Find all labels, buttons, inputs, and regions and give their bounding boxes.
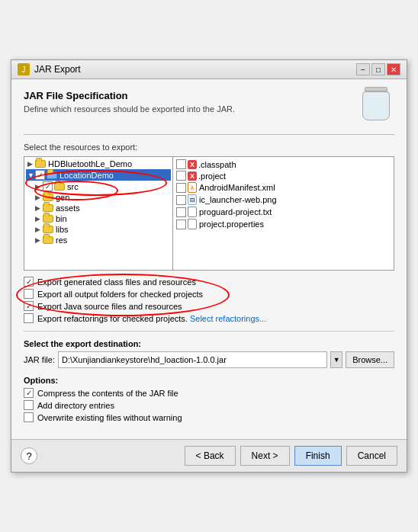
jar-path-input[interactable] (58, 351, 327, 368)
cb-compress[interactable] (24, 388, 34, 398)
file-item-manifest[interactable]: A AndroidManifest.xml (175, 181, 392, 194)
maximize-button[interactable]: □ (371, 63, 385, 75)
arrow-libs: ▶ (35, 226, 43, 233)
file-item-proguard[interactable]: proguard-project.txt (175, 206, 392, 218)
tree-item-res[interactable]: ▶ res (26, 235, 171, 245)
tree-item-loc[interactable]: ▼ LocationDemo (26, 169, 171, 181)
folder-icon-bin (43, 215, 53, 223)
label-export-output: Export all output folders for checked pr… (37, 290, 203, 299)
jar-dropdown-button[interactable]: ▼ (330, 351, 342, 368)
tree-label-src: src (67, 182, 79, 191)
section-desc: Define which resources should be exporte… (24, 104, 358, 114)
file-item-project[interactable]: X .project (175, 170, 392, 181)
folder-icon-assets (43, 204, 53, 212)
cb-export-source[interactable] (24, 301, 34, 311)
refactor-link[interactable]: Select refactorings... (190, 314, 266, 323)
file-label-manifest: AndroidManifest.xml (199, 183, 275, 192)
arrow-res: ▶ (35, 236, 43, 244)
jar-illustration (358, 87, 394, 127)
cancel-button[interactable]: Cancel (346, 446, 397, 466)
label-overwrite: Overwrite existing files without warning (37, 413, 182, 422)
file-item-launcher[interactable]: 🖼 ic_launcher-web.png (175, 194, 392, 206)
project-tree[interactable]: ▶ HDBluetoothLe_Demo ▼ LocationDemo ▶ (24, 157, 173, 270)
arrow-loc: ▼ (27, 171, 35, 179)
label-directory: Add directory entries (37, 401, 114, 410)
file-tree[interactable]: X .classpath X .project A AndroidManifes… (173, 157, 394, 270)
minimize-button[interactable]: − (356, 63, 370, 75)
label-export-source: Export Java source files and resources (37, 302, 182, 311)
img-icon-launcher: 🖼 (188, 194, 197, 205)
dialog-icon: J (18, 63, 30, 75)
label-export-refactor: Export refactorings for checked projects… (37, 314, 190, 323)
folder-icon-src (54, 183, 65, 191)
folder-icon-libs (43, 226, 53, 233)
file-label-proguard: proguard-project.txt (199, 207, 272, 216)
check-row-source: Export Java source files and resources (24, 301, 394, 311)
finish-button[interactable]: Finish (294, 446, 342, 466)
back-button[interactable]: < Back (185, 446, 236, 466)
tree-item-hd[interactable]: ▶ HDBluetoothLe_Demo (26, 159, 171, 169)
arrow-src: ▶ (35, 183, 43, 191)
cb-src[interactable] (43, 181, 53, 191)
xml-icon-manifest: A (188, 182, 197, 193)
cb-launcher[interactable] (176, 195, 186, 205)
dialog-content: JAR File Specification Define which reso… (11, 79, 407, 439)
check-row-directory: Add directory entries (24, 400, 394, 410)
dialog-footer: ? < Back Next > Finish Cancel (11, 439, 407, 472)
x-badge-project: X (188, 171, 197, 181)
tree-outer: ▶ HDBluetoothLe_Demo ▼ LocationDemo ▶ (24, 156, 394, 271)
arrow-hd: ▶ (27, 160, 35, 168)
cb-export-refactor[interactable] (24, 313, 34, 323)
window-controls: − □ ✕ (356, 63, 400, 75)
dest-section-label: Select the export destination: (24, 339, 394, 348)
jar-label: JAR file: (24, 355, 55, 364)
footer-left: ? (21, 447, 37, 464)
help-button[interactable]: ? (21, 447, 37, 464)
check-row-overwrite: Overwrite existing files without warning (24, 412, 394, 422)
tree-label-assets: assets (56, 204, 80, 213)
cb-directory[interactable] (24, 400, 34, 410)
check-row-refactor: Export refactorings for checked projects… (24, 313, 394, 323)
header-area: JAR File Specification Define which reso… (24, 90, 394, 135)
tree-item-src[interactable]: ▶ src (26, 181, 171, 192)
cb-classpath[interactable] (176, 159, 186, 169)
label-export-classes: Export generated class files and resourc… (37, 277, 196, 287)
cb-properties[interactable] (176, 220, 186, 229)
arrow-bin: ▶ (35, 215, 43, 223)
file-item-classpath[interactable]: X .classpath (175, 159, 392, 170)
tree-item-gen[interactable]: ▶ gen (26, 192, 171, 203)
x-badge-classpath: X (188, 160, 197, 169)
dialog-title: JAR Export (34, 64, 81, 75)
folder-icon-loc (47, 171, 57, 179)
next-button[interactable]: Next > (240, 446, 290, 466)
file-label-launcher: ic_launcher-web.png (199, 195, 277, 204)
file-label-properties: project.properties (199, 220, 264, 229)
arrow-gen: ▶ (35, 194, 43, 201)
close-button[interactable]: ✕ (387, 63, 400, 75)
tree-item-assets[interactable]: ▶ assets (26, 203, 171, 213)
tree-label: Select the resources to export: (24, 143, 394, 152)
cb-manifest[interactable] (176, 183, 186, 193)
tree-label-bin: bin (56, 214, 67, 223)
cb-loc[interactable] (35, 170, 45, 180)
tree-item-libs[interactable]: ▶ libs (26, 224, 171, 235)
browse-button[interactable]: Browse... (346, 351, 394, 368)
check-row-compress: Compress the contents of the JAR file (24, 388, 394, 398)
tree-label-libs: libs (56, 225, 69, 234)
cb-proguard[interactable] (176, 207, 186, 217)
options-section: Options: Compress the contents of the JA… (24, 376, 394, 422)
cb-export-output[interactable] (24, 289, 34, 299)
check-row-output: Export all output folders for checked pr… (24, 289, 394, 299)
tree-label-loc: LocationDemo (59, 171, 114, 180)
cb-overwrite[interactable] (24, 412, 34, 422)
folder-icon-gen (43, 194, 53, 201)
check-row-classes: Export generated class files and resourc… (24, 277, 394, 287)
cb-project[interactable] (176, 171, 186, 181)
divider-1 (24, 331, 394, 332)
tree-label-gen: gen (56, 193, 69, 202)
cb-export-classes[interactable] (24, 277, 34, 287)
file-item-properties[interactable]: project.properties (175, 218, 392, 230)
options-label: Options: (24, 376, 394, 385)
tree-item-bin[interactable]: ▶ bin (26, 213, 171, 224)
export-options-area: Export generated class files and resourc… (24, 277, 394, 323)
